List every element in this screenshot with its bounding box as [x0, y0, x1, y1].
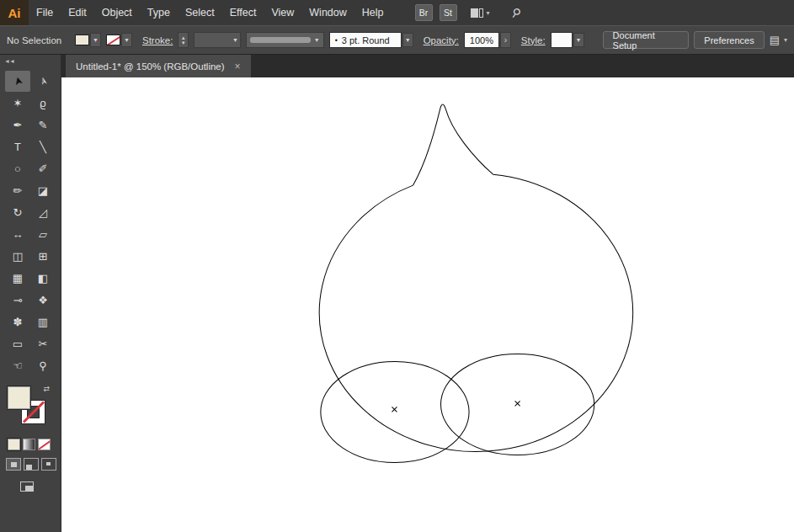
artboard-canvas[interactable]: [61, 77, 794, 532]
column-graph-tool[interactable]: ▥: [30, 311, 56, 332]
hand-tool-icon: ☜: [13, 359, 23, 372]
fill-color-combo[interactable]: ▼: [75, 33, 101, 47]
gradient-tool-icon: ◧: [38, 272, 48, 285]
menu-file[interactable]: File: [29, 0, 61, 25]
color-mode-button[interactable]: [8, 439, 20, 450]
document-setup-button[interactable]: Document Setup: [603, 31, 690, 49]
none-mode-button[interactable]: [38, 439, 51, 450]
draw-inside-button[interactable]: [41, 458, 56, 471]
menu-select[interactable]: Select: [178, 0, 222, 25]
column-graph-tool-icon: ▥: [38, 316, 48, 328]
width-tool[interactable]: ↔: [5, 224, 30, 245]
control-bar: No Selection ▼ ▼ Stroke: ▲▼ ▼ ▼ • 3 pt. …: [0, 25, 794, 55]
blend-tool[interactable]: ❖: [30, 290, 56, 311]
lasso-tool-icon: ϱ: [40, 97, 45, 109]
stepper-down-icon: ▼: [181, 40, 186, 45]
fill-indicator[interactable]: [8, 386, 30, 409]
type-tool[interactable]: T: [5, 136, 30, 157]
style-panel-link[interactable]: Style:: [521, 35, 546, 45]
tools-grid: ➤➢✶ϱ✒✎T╲○✐✏◪↻◿↔▱◫⊞▦◧⊸❖✽▥▭✂☜⚲: [0, 67, 61, 376]
stroke-dropdown-chevron-icon[interactable]: ▼: [121, 33, 132, 47]
curvature-tool[interactable]: ✎: [30, 114, 56, 136]
workspace-switcher-icon[interactable]: ▾: [471, 8, 490, 18]
stroke-swatch-none[interactable]: [106, 35, 120, 45]
style-combo[interactable]: ▼: [551, 32, 584, 48]
artboard-tool-icon: ▭: [13, 338, 23, 350]
illustrator-window: Ai FileEditObjectTypeSelectEffectViewWin…: [0, 0, 794, 532]
menu-edit[interactable]: Edit: [61, 0, 94, 25]
zoom-tool[interactable]: ⚲: [30, 355, 56, 376]
brush-dot-icon: •: [335, 36, 338, 45]
pen-tool[interactable]: ✒: [5, 114, 30, 136]
pencil-tool[interactable]: ✏: [5, 180, 30, 201]
menu-help[interactable]: Help: [354, 0, 392, 25]
tools-collapse-button[interactable]: ◄◄: [0, 55, 61, 67]
brush-field[interactable]: • 3 pt. Round: [329, 32, 402, 48]
gradient-mode-button[interactable]: [23, 439, 35, 450]
selection-tool[interactable]: ➤: [5, 71, 30, 92]
paint-mode-row: [8, 439, 61, 450]
slice-tool[interactable]: ✂: [30, 333, 56, 354]
document-tab[interactable]: Untitled-1* @ 150% (RGB/Outline) ×: [66, 55, 251, 77]
swap-fill-stroke-icon[interactable]: ⇄: [43, 385, 50, 393]
eraser-tool-icon: ◪: [38, 184, 48, 197]
shape-builder-tool[interactable]: ◫: [5, 246, 30, 267]
stroke-color-combo[interactable]: ▼: [106, 33, 132, 47]
opacity-field[interactable]: 100%: [464, 32, 499, 48]
blend-tool-icon: ❖: [38, 294, 48, 306]
style-field[interactable]: [551, 32, 573, 48]
free-transform-tool[interactable]: ▱: [30, 224, 56, 245]
lasso-tool[interactable]: ϱ: [30, 93, 56, 114]
bridge-button[interactable]: Br: [415, 4, 433, 21]
opacity-panel-link[interactable]: Opacity:: [424, 35, 459, 45]
menu-object[interactable]: Object: [94, 0, 140, 25]
close-icon[interactable]: ×: [235, 61, 241, 72]
opacity-flyout-icon[interactable]: ›: [500, 32, 511, 48]
preferences-button[interactable]: Preferences: [694, 31, 764, 49]
ellipse-center-marks: [392, 401, 520, 412]
opacity-combo[interactable]: 100% ›: [464, 32, 511, 48]
hand-tool[interactable]: ☜: [5, 355, 30, 376]
fill-swatch[interactable]: [75, 35, 89, 45]
brush-dropdown-chevron-icon[interactable]: ▼: [402, 33, 413, 47]
stroke-weight-dropdown[interactable]: ▼: [194, 32, 241, 48]
direct-selection-tool[interactable]: ➢: [30, 71, 56, 92]
symbol-sprayer-tool[interactable]: ✽: [5, 311, 30, 332]
stroke-panel-link[interactable]: Stroke:: [142, 35, 173, 45]
panel-toggle-icon[interactable]: ▤▾: [770, 34, 787, 46]
rotate-tool[interactable]: ↻: [5, 202, 30, 223]
draw-normal-button[interactable]: [6, 458, 21, 471]
fill-dropdown-chevron-icon[interactable]: ▼: [90, 33, 101, 47]
workspace: ◄◄ ➤➢✶ϱ✒✎T╲○✐✏◪↻◿↔▱◫⊞▦◧⊸❖✽▥▭✂☜⚲ ⇄: [0, 55, 794, 532]
stroke-weight-stepper[interactable]: ▲▼: [178, 32, 189, 48]
artboard-tool[interactable]: ▭: [5, 333, 30, 354]
draw-behind-button[interactable]: [24, 458, 39, 471]
gradient-tool[interactable]: ◧: [30, 268, 56, 289]
scale-tool[interactable]: ◿: [30, 202, 56, 223]
left-ellipse-path[interactable]: [321, 361, 469, 462]
eyedropper-tool[interactable]: ⊸: [5, 290, 30, 311]
right-ellipse-path[interactable]: [441, 354, 594, 455]
pen-tool-icon: ✒: [13, 119, 23, 131]
app-logo: Ai: [0, 0, 29, 25]
screen-mode-icon[interactable]: [20, 481, 37, 493]
style-dropdown-chevron-icon[interactable]: ▼: [573, 33, 584, 47]
onion-shape-path[interactable]: [319, 104, 632, 452]
stock-button[interactable]: St: [440, 4, 457, 21]
ellipse-tool[interactable]: ○: [5, 158, 30, 179]
brush-combo[interactable]: • 3 pt. Round ▼: [329, 32, 413, 48]
mesh-tool[interactable]: ▦: [5, 268, 30, 289]
line-segment-tool[interactable]: ╲: [30, 136, 56, 157]
magic-wand-tool-icon: ✶: [13, 97, 23, 109]
eraser-tool[interactable]: ◪: [30, 180, 56, 201]
menu-window[interactable]: Window: [301, 0, 354, 25]
workspace-box-icon: [471, 8, 478, 18]
magic-wand-tool[interactable]: ✶: [5, 93, 30, 114]
menu-effect[interactable]: Effect: [222, 0, 264, 25]
menu-type[interactable]: Type: [140, 0, 178, 25]
search-icon[interactable]: ⚲: [509, 5, 524, 21]
perspective-grid-tool[interactable]: ⊞: [30, 246, 56, 267]
menu-view[interactable]: View: [264, 0, 301, 25]
paintbrush-tool[interactable]: ✐: [30, 158, 56, 179]
line-segment-tool-icon: ╲: [40, 141, 46, 153]
